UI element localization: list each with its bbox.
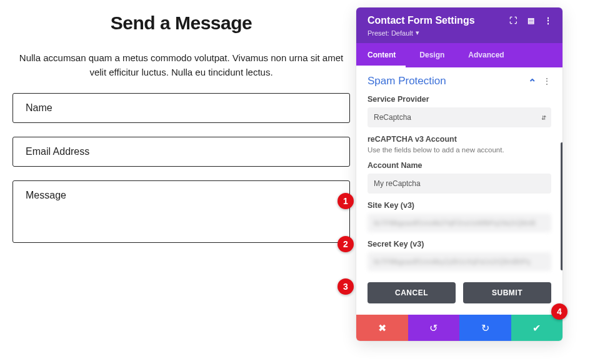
annotation-1: 1 xyxy=(338,193,354,209)
cancel-button[interactable]: CANCEL xyxy=(368,282,456,303)
recaptcha-account-label: reCAPTCHA v3 Account xyxy=(368,135,551,144)
preset-selector[interactable]: Preset: Default ▾ xyxy=(368,29,475,37)
scrollbar[interactable] xyxy=(561,142,562,270)
collapse-icon[interactable] xyxy=(528,76,536,87)
message-input[interactable]: Message xyxy=(12,180,350,243)
provider-select[interactable]: ReCaptcha xyxy=(368,107,551,127)
panel-header: Contact Form Settings Preset: Default ▾ xyxy=(356,7,562,43)
name-input[interactable]: Name xyxy=(12,93,350,123)
more-icon[interactable] xyxy=(544,16,552,25)
chevron-down-icon: ▾ xyxy=(416,29,419,37)
responsive-icon[interactable] xyxy=(526,16,535,25)
panel-title: Contact Form Settings xyxy=(368,15,475,26)
close-icon: ✖ xyxy=(378,322,386,334)
annotation-4: 4 xyxy=(551,303,568,320)
expand-icon[interactable] xyxy=(509,16,518,25)
redo-icon: ↻ xyxy=(481,322,489,334)
annotation-2: 2 xyxy=(338,236,354,252)
tab-advanced[interactable]: Advanced xyxy=(457,43,514,67)
panel-tabs: Content Design Advanced xyxy=(356,43,562,67)
account-name-label: Account Name xyxy=(368,161,551,170)
contact-form-preview: Send a Message Nulla accumsan quam a met… xyxy=(12,12,350,243)
discard-button[interactable]: ✖ xyxy=(356,315,408,341)
tab-design[interactable]: Design xyxy=(408,43,454,67)
panel-footer: ✖ ↺ ↻ ✔ xyxy=(356,315,562,341)
check-icon: ✔ xyxy=(532,322,541,334)
tab-content[interactable]: Content xyxy=(356,43,406,67)
undo-button[interactable]: ↺ xyxy=(408,315,460,341)
select-caret-icon xyxy=(541,113,545,122)
submit-button[interactable]: SUBMIT xyxy=(463,282,551,303)
annotation-3: 3 xyxy=(338,278,354,295)
secret-key-label: Secret Key (v3) xyxy=(368,240,551,248)
recaptcha-account-hint: Use the fields below to add a new accoun… xyxy=(368,146,551,154)
section-more-icon[interactable] xyxy=(542,76,551,87)
settings-panel: Contact Form Settings Preset: Default ▾ … xyxy=(356,7,562,341)
email-input[interactable]: Email Address xyxy=(12,137,350,167)
form-title: Send a Message xyxy=(12,12,350,34)
form-description: Nulla accumsan quam a metus commodo volu… xyxy=(12,51,350,79)
provider-label: Service Provider xyxy=(368,95,551,104)
secret-key-input[interactable]: 6cTFMkgxax8f1mnAbyZy0h1nXqFaUo2rQ9mBhPq xyxy=(368,252,551,271)
site-key-input[interactable]: 6cTFMkgxax8f1mnAb2YqPZnxUoWfbPq1Ns2rQ9mB xyxy=(368,214,551,232)
site-key-label: Site Key (v3) xyxy=(368,201,551,210)
redo-button[interactable]: ↻ xyxy=(459,315,511,341)
undo-icon: ↺ xyxy=(429,322,438,334)
section-title[interactable]: Spam Protection xyxy=(368,75,446,87)
account-name-input[interactable] xyxy=(368,174,551,194)
